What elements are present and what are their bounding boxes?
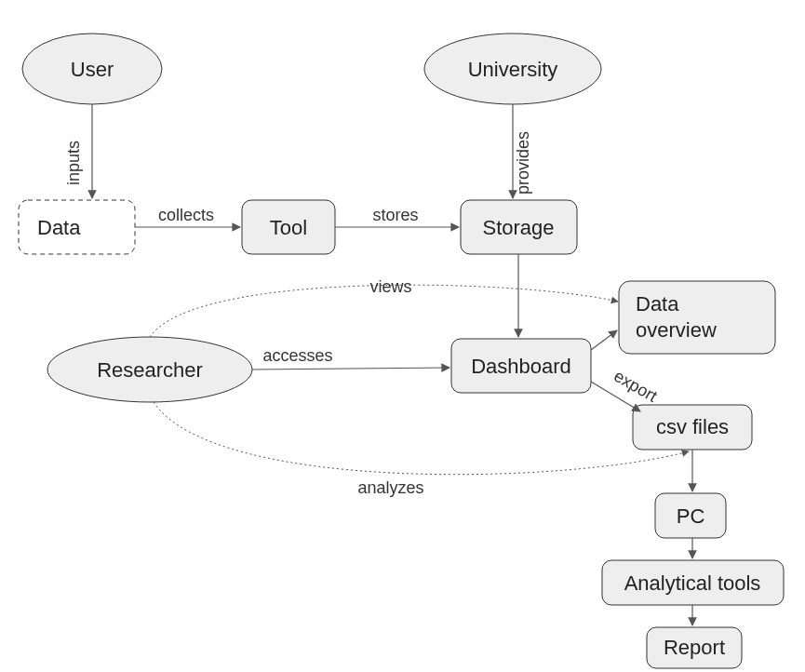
node-university-label: University (468, 58, 558, 81)
node-dashboard-label: Dashboard (471, 355, 571, 378)
node-storage-label: Storage (482, 216, 554, 239)
edge-dashboard-overview (591, 330, 617, 350)
edge-inputs-label: inputs (64, 141, 83, 185)
edge-stores-label: stores (372, 206, 418, 224)
node-report-label: Report (664, 636, 725, 659)
node-analytical-tools-label: Analytical tools (624, 571, 761, 595)
node-csv-files-label: csv files (656, 415, 729, 438)
node-data-overview-label-2: overview (636, 318, 717, 342)
node-pc-label: PC (677, 504, 705, 528)
edge-analyzes-label: analyzes (357, 478, 423, 497)
node-data-overview-label-1: Data (636, 292, 679, 316)
node-tool-label: Tool (270, 216, 307, 239)
edge-accesses (252, 368, 449, 370)
edge-collects-label: collects (158, 206, 214, 224)
node-data-label: Data (37, 216, 81, 239)
edge-accesses-label: accesses (262, 346, 332, 365)
edge-analyzes (154, 402, 689, 475)
edge-views-label: views (369, 277, 411, 296)
node-researcher-label: Researcher (97, 358, 203, 382)
node-user-label: User (71, 58, 114, 81)
edge-export-label: export (610, 367, 660, 406)
edge-provides-label: provides (514, 131, 532, 195)
